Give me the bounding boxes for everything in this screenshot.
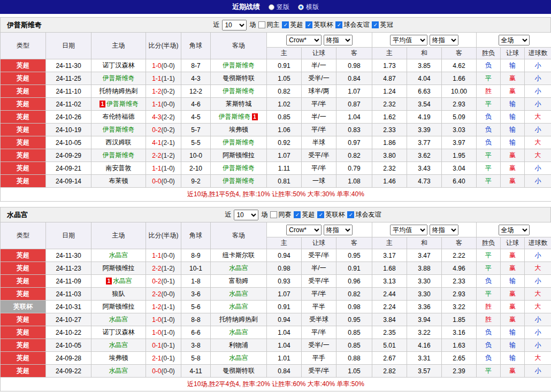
handicap-result-cell: 输 <box>501 136 525 149</box>
league-filter-checkbox[interactable]: 英联杯 <box>305 20 333 29</box>
avg-draw-cell: 4.16 <box>407 339 442 352</box>
handicap-line-cell: 受平/半 <box>302 149 336 162</box>
team-cell: 水晶宫 <box>91 249 146 262</box>
handicap-line-cell: 半/一 <box>302 111 336 124</box>
section-header: 水晶宫 近 10 场 同赛 英超 英联杯 球会友谊 <box>0 207 551 222</box>
avg-odds-select[interactable]: 平均值 <box>390 225 427 235</box>
team-name-text: 阿斯顿维拉 <box>103 303 135 310</box>
matches-table: 类型 日期 主场 比分(半场) 角球 客场 Crow* 终指 平均值 终指 全场 <box>0 222 551 391</box>
date-cell: 24-10-05 <box>46 339 91 352</box>
odds-provider-select[interactable]: Crow* <box>286 225 322 235</box>
corner-cell: 10-0 <box>181 149 211 162</box>
recent-count-select[interactable]: 10 <box>234 210 258 220</box>
team-name-text: 伊普斯维奇 <box>223 62 255 69</box>
team-cell: 托特纳姆热刺 <box>211 313 267 326</box>
avg-away-cell: 2.93 <box>442 98 477 111</box>
layout-option-horizontal[interactable]: 横版 <box>298 3 319 12</box>
league-filter-checkbox[interactable]: 球会友谊 <box>347 210 381 219</box>
date-cell: 24-09-21 <box>46 162 91 175</box>
handicap-result-cell: 赢 <box>501 365 525 378</box>
checkbox-icon <box>305 21 312 28</box>
match-row: 英超24-10-26布伦特福德4-3(2-2)4-5伊普斯维奇10.85半/一1… <box>1 111 551 124</box>
handicap-line-cell: 平/半 <box>302 98 336 111</box>
half-time-score: (2-1) <box>162 139 175 147</box>
recent-count-select[interactable]: 10 <box>222 20 247 30</box>
average-odds-group: 平均值 终指 <box>372 33 477 48</box>
home-odds-cell: 1.01 <box>267 352 302 365</box>
avg-draw-cell: 4.19 <box>407 111 442 124</box>
layout-option-vertical[interactable]: 竖版 <box>269 3 289 12</box>
same-filter-checkbox[interactable]: 同主 <box>258 20 279 29</box>
checkbox-icon <box>270 211 277 218</box>
avg-away-cell: 1.85 <box>442 313 477 326</box>
league-cell: 英超 <box>1 98 46 111</box>
half-time-score: (1-2) <box>162 152 175 159</box>
team-cell: 伊普斯维奇 <box>211 175 267 188</box>
team-name-text: 阿斯顿维拉 <box>103 264 135 272</box>
radio-label-text: 竖版 <box>277 3 289 12</box>
handicap-line-cell: 受半球 <box>302 313 336 326</box>
team-cell: 曼彻斯特联 <box>211 72 267 85</box>
score-cell: 2-2(1-2) <box>146 262 181 275</box>
league-cell: 英超 <box>1 288 46 301</box>
col-avg-host: 主 <box>372 237 407 249</box>
date-cell: 24-10-26 <box>46 111 91 124</box>
result-cell: 负 <box>477 124 501 136</box>
team-cell: 1伊普斯维奇 <box>91 98 146 111</box>
avg-home-cell: 5.01 <box>372 339 407 352</box>
period-select[interactable]: 全场 <box>499 35 530 45</box>
half-time-score: (0-0) <box>162 252 175 259</box>
home-odds-cell: 0.91 <box>267 59 302 72</box>
full-time-score: 4-1 <box>152 139 161 147</box>
half-time-score: (0-0) <box>162 290 175 298</box>
avg-stage-select[interactable]: 终指 <box>430 225 458 235</box>
league-filter-checkbox[interactable]: 英联杯 <box>317 210 345 219</box>
avg-stage-select[interactable]: 终指 <box>430 35 458 45</box>
team-name-text: 伊普斯维奇 <box>223 139 255 146</box>
league-filter-checkbox[interactable]: 英超 <box>294 210 315 219</box>
match-row: 英超24-11-021伊普斯维奇1-1(0-0)4-6莱斯特城1.02平/半0.… <box>1 98 551 111</box>
corner-cell: 3-6 <box>181 288 211 301</box>
team-cell: 伊普斯维奇 <box>91 72 146 85</box>
col-goals: 进球数 <box>525 237 551 249</box>
team-cell: 伊普斯维奇 <box>211 59 267 72</box>
corner-cell: 4-6 <box>181 98 211 111</box>
col-corner: 角球 <box>181 33 211 59</box>
league-filter-checkbox[interactable]: 英超 <box>282 20 303 29</box>
full-time-score: 1-0 <box>152 329 161 336</box>
home-odds-cell: 0.94 <box>267 313 302 326</box>
table-header-row-1: 类型 日期 主场 比分(半场) 角球 客场 Crow* 终指 平均值 终指 全场 <box>1 222 551 237</box>
avg-home-cell: 2.44 <box>372 288 407 301</box>
odds-stage-select[interactable]: 终指 <box>324 35 353 45</box>
period-select[interactable]: 全场 <box>499 225 530 235</box>
league-cell: 英超 <box>1 249 46 262</box>
team-cell: 伊普斯维奇 <box>91 149 146 162</box>
radio-icon <box>298 4 304 10</box>
same-filter-checkbox[interactable]: 同赛 <box>270 210 291 219</box>
handicap-result-cell: 赢 <box>501 72 525 85</box>
score-cell: 1-2(0-2) <box>146 85 181 98</box>
full-time-score: 0-2 <box>152 126 161 134</box>
team-name-text: 纽卡斯尔联 <box>223 251 255 259</box>
away-odds-cell: 0.85 <box>336 339 372 352</box>
league-filter-checkbox[interactable]: 球会友谊 <box>335 20 369 29</box>
handicap-result-cell: 赢 <box>501 85 525 98</box>
avg-odds-select[interactable]: 平均值 <box>390 35 427 45</box>
league-filter-checkbox[interactable]: 英冠 <box>372 20 393 29</box>
league-cell: 英超 <box>1 162 46 175</box>
result-cell: 负 <box>477 111 501 124</box>
date-cell: 24-10-05 <box>46 136 91 149</box>
odds-provider-select[interactable]: Crow* <box>286 35 322 45</box>
filter-bar: 近 10 场 同赛 英超 英联杯 球会友谊 <box>225 210 381 220</box>
full-time-score: 1-1 <box>152 75 161 82</box>
half-time-score: (0-1) <box>162 342 175 349</box>
goals-result-cell: 小 <box>525 175 551 188</box>
avg-away-cell: 5.09 <box>442 111 477 124</box>
team-name-text: 伊普斯维奇 <box>103 151 135 159</box>
home-odds-cell: 1.02 <box>267 98 302 111</box>
odds-stage-select[interactable]: 终指 <box>324 225 353 235</box>
team-cell: 水晶宫 <box>211 288 267 301</box>
home-odds-cell: 0.82 <box>267 85 302 98</box>
goals-result-cell: 小 <box>525 326 551 339</box>
score-cell: 1-0(0-0) <box>146 59 181 72</box>
